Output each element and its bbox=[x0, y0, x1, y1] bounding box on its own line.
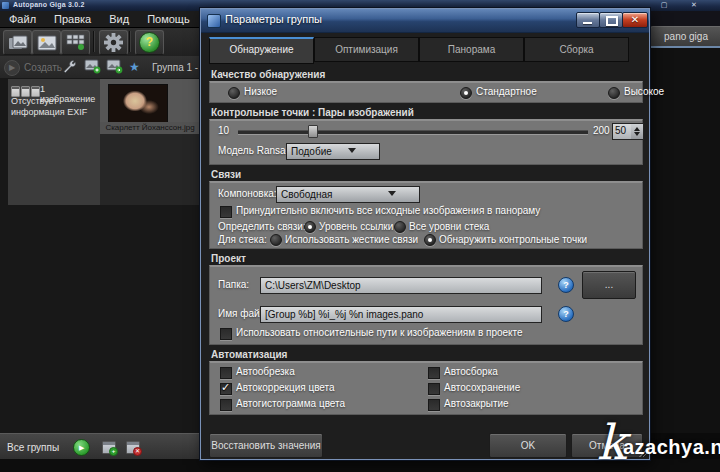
add-group-button[interactable]: + bbox=[102, 441, 116, 454]
radio-quality-high[interactable] bbox=[608, 87, 620, 99]
main-maximize-button[interactable]: ▢ bbox=[658, 1, 670, 9]
menu-view[interactable]: Вид bbox=[100, 11, 138, 27]
help-icon: ? bbox=[139, 32, 160, 53]
image-add-icon bbox=[84, 59, 101, 74]
resize-grip[interactable] bbox=[639, 449, 647, 457]
spin-down-icon[interactable] bbox=[634, 132, 640, 136]
toolbar-separator bbox=[129, 31, 131, 52]
run-group-icon[interactable]: ▶ bbox=[4, 60, 20, 76]
cancel-button[interactable]: Отмена bbox=[571, 433, 643, 458]
add-badge-icon: + bbox=[109, 447, 118, 456]
edit-group-button[interactable] bbox=[62, 59, 77, 78]
menu-edit[interactable]: Правка bbox=[45, 11, 100, 27]
photo-mountain-icon bbox=[37, 35, 57, 51]
batch-grid-icon bbox=[66, 34, 86, 51]
ok-button[interactable]: OK bbox=[489, 433, 567, 458]
main-close-button[interactable]: ✕ bbox=[688, 1, 700, 9]
layout-dropdown[interactable]: Свободная bbox=[276, 186, 420, 203]
autosave-label[interactable]: Автосохранение bbox=[444, 382, 520, 393]
thumbnail-photo[interactable] bbox=[108, 84, 168, 124]
menu-file[interactable]: Файл bbox=[0, 11, 45, 27]
dialog-title: Параметры группы bbox=[225, 13, 322, 25]
rigid-links-label[interactable]: Использовать жесткие связи bbox=[285, 234, 418, 245]
slider-min-label: 10 bbox=[218, 125, 229, 136]
toolbar-separator bbox=[93, 31, 95, 52]
autohistogram-label[interactable]: Автогистограмма цвета bbox=[236, 398, 345, 409]
link-level-label[interactable]: Уровень ссылки bbox=[319, 221, 393, 232]
open-images-button[interactable] bbox=[3, 30, 32, 55]
section-control-points-title: Контрольные точки : Пары изображений bbox=[211, 107, 414, 118]
images-icon bbox=[8, 35, 28, 51]
autosave-checkbox[interactable] bbox=[428, 383, 440, 395]
tab-pano-giga[interactable]: pano giga bbox=[650, 26, 720, 47]
folder-input[interactable]: C:\Users\ZM\Desktop bbox=[260, 277, 542, 294]
folder-help-icon[interactable]: ? bbox=[558, 277, 574, 293]
autoclose-label[interactable]: Автозакрытие bbox=[444, 398, 509, 409]
ransac-label: Модель Ransac: bbox=[218, 145, 293, 156]
filename-help-icon[interactable]: ? bbox=[558, 306, 574, 322]
autocolor-checkbox[interactable]: ✓ bbox=[220, 383, 232, 395]
radio-quality-low[interactable] bbox=[228, 87, 240, 99]
settings-button[interactable] bbox=[99, 30, 128, 55]
import-images-button[interactable] bbox=[106, 59, 123, 78]
tab-assembly[interactable]: Сборка bbox=[524, 37, 629, 62]
quality-low-label[interactable]: Низкое bbox=[244, 86, 277, 97]
autoassembly-label[interactable]: Автосборка bbox=[444, 366, 498, 377]
force-include-checkbox[interactable] bbox=[220, 206, 232, 218]
remove-group-button[interactable]: ✕ bbox=[126, 441, 140, 454]
dialog-minimize-button[interactable] bbox=[576, 12, 600, 28]
layout-label: Компоновка: bbox=[218, 188, 277, 199]
filename-input[interactable]: [Group %b] %i_%j %n images.pano bbox=[260, 306, 542, 323]
group-card-empty-area bbox=[100, 134, 200, 205]
force-include-label[interactable]: Принудительно включить все исходные изоб… bbox=[236, 205, 540, 216]
detect-button[interactable] bbox=[32, 30, 61, 55]
autoassembly-checkbox[interactable] bbox=[428, 367, 440, 379]
screen: Autopano Giga 3.0.2 ▢ ✕ Файл Правка Вид … bbox=[0, 0, 720, 472]
dialog-maximize-button[interactable] bbox=[599, 12, 623, 28]
relative-paths-label[interactable]: Использовать относительные пути к изобра… bbox=[236, 327, 523, 338]
autocolor-label[interactable]: Автокоррекция цвета bbox=[236, 382, 335, 393]
relative-paths-checkbox[interactable] bbox=[220, 328, 232, 340]
autohistogram-checkbox[interactable] bbox=[220, 399, 232, 411]
quality-high-label[interactable]: Высокое bbox=[624, 86, 664, 97]
dialog-icon bbox=[207, 14, 221, 28]
run-all-groups-button[interactable]: ▶ bbox=[73, 439, 90, 456]
radio-detect-control-points[interactable] bbox=[424, 234, 436, 246]
section-project-title: Проект bbox=[211, 253, 246, 264]
batch-button[interactable] bbox=[61, 30, 90, 55]
autocrop-checkbox[interactable] bbox=[220, 367, 232, 379]
radio-quality-standard[interactable] bbox=[460, 87, 472, 99]
detect-links-label: Определить связи: bbox=[218, 221, 306, 232]
detect-control-points-label[interactable]: Обнаружить контрольные точки bbox=[439, 234, 587, 245]
tab-panorama[interactable]: Панорама bbox=[419, 37, 524, 62]
maximize-icon bbox=[606, 16, 618, 26]
radio-all-stack-levels[interactable] bbox=[394, 221, 406, 233]
restore-values-button[interactable]: Восстановить значения bbox=[209, 433, 323, 458]
plugin-star-icon[interactable]: ★ bbox=[129, 60, 140, 74]
ransac-dropdown[interactable]: Подобие bbox=[286, 143, 380, 160]
folder-label: Папка: bbox=[218, 279, 249, 290]
section-links-title: Связи bbox=[211, 169, 241, 180]
exif-warning-label: Отсуствует информация EXIF bbox=[11, 96, 97, 118]
browse-button[interactable]: ... bbox=[582, 271, 636, 299]
dialog-close-button[interactable]: ✕ bbox=[622, 12, 648, 28]
help-button[interactable]: ? bbox=[135, 30, 164, 55]
section-automation-title: Автоматизация bbox=[211, 349, 287, 360]
tab-detection[interactable]: Обнаружение bbox=[209, 37, 314, 64]
radio-rigid-links[interactable] bbox=[270, 234, 282, 246]
radio-link-level[interactable] bbox=[304, 221, 316, 233]
spin-up-icon[interactable] bbox=[634, 127, 640, 131]
tab-optimization[interactable]: Оптимизация bbox=[314, 37, 419, 62]
menu-help[interactable]: Помощь bbox=[138, 11, 199, 27]
add-images-button[interactable] bbox=[84, 59, 101, 78]
autoclose-checkbox[interactable] bbox=[428, 399, 440, 411]
points-slider-track[interactable] bbox=[238, 130, 588, 135]
create-label[interactable]: Создать bbox=[24, 62, 62, 73]
group-card-info[interactable]: 1 изображение Отсуствует информация EXIF bbox=[8, 79, 100, 205]
app-icon bbox=[2, 2, 9, 9]
all-stack-levels-label[interactable]: Все уровни стека bbox=[409, 221, 489, 232]
points-slider-handle[interactable] bbox=[308, 125, 318, 138]
quality-standard-label[interactable]: Стандартное bbox=[476, 86, 537, 97]
points-spinner[interactable] bbox=[631, 123, 644, 140]
autocrop-label[interactable]: Автообрезка bbox=[236, 366, 295, 377]
